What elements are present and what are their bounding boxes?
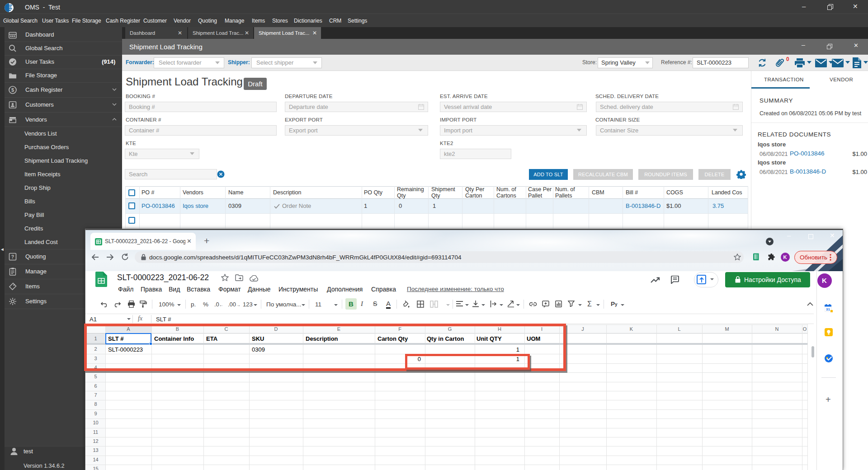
svg-text:$: $	[11, 87, 14, 93]
svg-text:?: ?	[11, 254, 14, 259]
svg-text:31: 31	[826, 307, 830, 311]
